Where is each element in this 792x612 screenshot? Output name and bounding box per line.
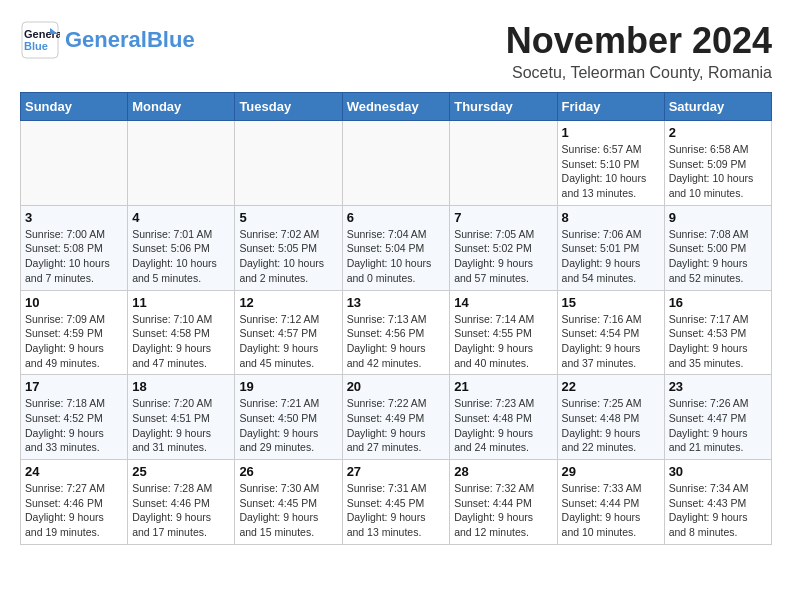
day-info: Sunrise: 7:13 AM Sunset: 4:56 PM Dayligh… — [347, 312, 446, 371]
calendar-week-row: 3Sunrise: 7:00 AM Sunset: 5:08 PM Daylig… — [21, 205, 772, 290]
calendar-cell: 27Sunrise: 7:31 AM Sunset: 4:45 PM Dayli… — [342, 460, 450, 545]
calendar-cell: 1Sunrise: 6:57 AM Sunset: 5:10 PM Daylig… — [557, 121, 664, 206]
calendar-cell: 19Sunrise: 7:21 AM Sunset: 4:50 PM Dayli… — [235, 375, 342, 460]
logo-text: GeneralBlue — [65, 28, 195, 52]
calendar-cell: 23Sunrise: 7:26 AM Sunset: 4:47 PM Dayli… — [664, 375, 771, 460]
calendar-cell: 20Sunrise: 7:22 AM Sunset: 4:49 PM Dayli… — [342, 375, 450, 460]
day-info: Sunrise: 7:34 AM Sunset: 4:43 PM Dayligh… — [669, 481, 767, 540]
day-info: Sunrise: 6:58 AM Sunset: 5:09 PM Dayligh… — [669, 142, 767, 201]
col-monday: Monday — [128, 93, 235, 121]
calendar-cell: 17Sunrise: 7:18 AM Sunset: 4:52 PM Dayli… — [21, 375, 128, 460]
calendar-header: Sunday Monday Tuesday Wednesday Thursday… — [21, 93, 772, 121]
logo: General Blue GeneralBlue — [20, 20, 195, 60]
day-number: 4 — [132, 210, 230, 225]
day-number: 6 — [347, 210, 446, 225]
col-friday: Friday — [557, 93, 664, 121]
calendar-cell: 30Sunrise: 7:34 AM Sunset: 4:43 PM Dayli… — [664, 460, 771, 545]
calendar-week-row: 10Sunrise: 7:09 AM Sunset: 4:59 PM Dayli… — [21, 290, 772, 375]
calendar-cell: 4Sunrise: 7:01 AM Sunset: 5:06 PM Daylig… — [128, 205, 235, 290]
col-sunday: Sunday — [21, 93, 128, 121]
calendar-cell: 22Sunrise: 7:25 AM Sunset: 4:48 PM Dayli… — [557, 375, 664, 460]
col-tuesday: Tuesday — [235, 93, 342, 121]
day-info: Sunrise: 7:08 AM Sunset: 5:00 PM Dayligh… — [669, 227, 767, 286]
calendar-cell — [235, 121, 342, 206]
calendar-week-row: 24Sunrise: 7:27 AM Sunset: 4:46 PM Dayli… — [21, 460, 772, 545]
calendar-cell: 25Sunrise: 7:28 AM Sunset: 4:46 PM Dayli… — [128, 460, 235, 545]
day-info: Sunrise: 7:28 AM Sunset: 4:46 PM Dayligh… — [132, 481, 230, 540]
day-info: Sunrise: 7:09 AM Sunset: 4:59 PM Dayligh… — [25, 312, 123, 371]
day-number: 30 — [669, 464, 767, 479]
day-info: Sunrise: 7:00 AM Sunset: 5:08 PM Dayligh… — [25, 227, 123, 286]
day-number: 12 — [239, 295, 337, 310]
col-wednesday: Wednesday — [342, 93, 450, 121]
calendar-cell: 11Sunrise: 7:10 AM Sunset: 4:58 PM Dayli… — [128, 290, 235, 375]
day-info: Sunrise: 7:33 AM Sunset: 4:44 PM Dayligh… — [562, 481, 660, 540]
day-info: Sunrise: 7:10 AM Sunset: 4:58 PM Dayligh… — [132, 312, 230, 371]
day-number: 25 — [132, 464, 230, 479]
month-title: November 2024 — [506, 20, 772, 62]
location-title: Socetu, Teleorman County, Romania — [506, 64, 772, 82]
day-number: 28 — [454, 464, 552, 479]
calendar-cell — [21, 121, 128, 206]
day-info: Sunrise: 7:27 AM Sunset: 4:46 PM Dayligh… — [25, 481, 123, 540]
day-info: Sunrise: 7:23 AM Sunset: 4:48 PM Dayligh… — [454, 396, 552, 455]
day-info: Sunrise: 7:32 AM Sunset: 4:44 PM Dayligh… — [454, 481, 552, 540]
day-number: 3 — [25, 210, 123, 225]
day-info: Sunrise: 7:05 AM Sunset: 5:02 PM Dayligh… — [454, 227, 552, 286]
calendar-cell: 9Sunrise: 7:08 AM Sunset: 5:00 PM Daylig… — [664, 205, 771, 290]
day-number: 13 — [347, 295, 446, 310]
calendar-cell: 28Sunrise: 7:32 AM Sunset: 4:44 PM Dayli… — [450, 460, 557, 545]
day-info: Sunrise: 7:30 AM Sunset: 4:45 PM Dayligh… — [239, 481, 337, 540]
day-number: 18 — [132, 379, 230, 394]
calendar-cell: 24Sunrise: 7:27 AM Sunset: 4:46 PM Dayli… — [21, 460, 128, 545]
day-info: Sunrise: 7:14 AM Sunset: 4:55 PM Dayligh… — [454, 312, 552, 371]
day-info: Sunrise: 7:01 AM Sunset: 5:06 PM Dayligh… — [132, 227, 230, 286]
day-info: Sunrise: 7:20 AM Sunset: 4:51 PM Dayligh… — [132, 396, 230, 455]
day-number: 21 — [454, 379, 552, 394]
day-number: 26 — [239, 464, 337, 479]
day-info: Sunrise: 7:12 AM Sunset: 4:57 PM Dayligh… — [239, 312, 337, 371]
calendar-cell — [450, 121, 557, 206]
calendar-cell: 21Sunrise: 7:23 AM Sunset: 4:48 PM Dayli… — [450, 375, 557, 460]
day-info: Sunrise: 7:22 AM Sunset: 4:49 PM Dayligh… — [347, 396, 446, 455]
calendar-week-row: 1Sunrise: 6:57 AM Sunset: 5:10 PM Daylig… — [21, 121, 772, 206]
day-info: Sunrise: 6:57 AM Sunset: 5:10 PM Dayligh… — [562, 142, 660, 201]
day-info: Sunrise: 7:18 AM Sunset: 4:52 PM Dayligh… — [25, 396, 123, 455]
day-number: 14 — [454, 295, 552, 310]
day-number: 16 — [669, 295, 767, 310]
day-number: 7 — [454, 210, 552, 225]
logo-line1: General — [65, 27, 147, 52]
calendar-cell: 5Sunrise: 7:02 AM Sunset: 5:05 PM Daylig… — [235, 205, 342, 290]
calendar-cell: 18Sunrise: 7:20 AM Sunset: 4:51 PM Dayli… — [128, 375, 235, 460]
day-number: 29 — [562, 464, 660, 479]
calendar-cell: 7Sunrise: 7:05 AM Sunset: 5:02 PM Daylig… — [450, 205, 557, 290]
day-info: Sunrise: 7:06 AM Sunset: 5:01 PM Dayligh… — [562, 227, 660, 286]
calendar-cell: 6Sunrise: 7:04 AM Sunset: 5:04 PM Daylig… — [342, 205, 450, 290]
header-row: Sunday Monday Tuesday Wednesday Thursday… — [21, 93, 772, 121]
calendar-cell: 12Sunrise: 7:12 AM Sunset: 4:57 PM Dayli… — [235, 290, 342, 375]
day-number: 1 — [562, 125, 660, 140]
svg-text:Blue: Blue — [24, 40, 48, 52]
calendar-cell: 8Sunrise: 7:06 AM Sunset: 5:01 PM Daylig… — [557, 205, 664, 290]
day-info: Sunrise: 7:16 AM Sunset: 4:54 PM Dayligh… — [562, 312, 660, 371]
day-number: 23 — [669, 379, 767, 394]
calendar-cell: 15Sunrise: 7:16 AM Sunset: 4:54 PM Dayli… — [557, 290, 664, 375]
day-info: Sunrise: 7:04 AM Sunset: 5:04 PM Dayligh… — [347, 227, 446, 286]
day-number: 22 — [562, 379, 660, 394]
calendar-cell: 13Sunrise: 7:13 AM Sunset: 4:56 PM Dayli… — [342, 290, 450, 375]
calendar-cell: 26Sunrise: 7:30 AM Sunset: 4:45 PM Dayli… — [235, 460, 342, 545]
col-saturday: Saturday — [664, 93, 771, 121]
day-number: 15 — [562, 295, 660, 310]
day-info: Sunrise: 7:02 AM Sunset: 5:05 PM Dayligh… — [239, 227, 337, 286]
day-number: 20 — [347, 379, 446, 394]
day-number: 27 — [347, 464, 446, 479]
calendar-cell — [342, 121, 450, 206]
calendar-cell: 29Sunrise: 7:33 AM Sunset: 4:44 PM Dayli… — [557, 460, 664, 545]
calendar-cell: 16Sunrise: 7:17 AM Sunset: 4:53 PM Dayli… — [664, 290, 771, 375]
day-number: 19 — [239, 379, 337, 394]
logo-icon: General Blue — [20, 20, 60, 60]
calendar-week-row: 17Sunrise: 7:18 AM Sunset: 4:52 PM Dayli… — [21, 375, 772, 460]
calendar-table: Sunday Monday Tuesday Wednesday Thursday… — [20, 92, 772, 545]
day-info: Sunrise: 7:17 AM Sunset: 4:53 PM Dayligh… — [669, 312, 767, 371]
day-info: Sunrise: 7:31 AM Sunset: 4:45 PM Dayligh… — [347, 481, 446, 540]
